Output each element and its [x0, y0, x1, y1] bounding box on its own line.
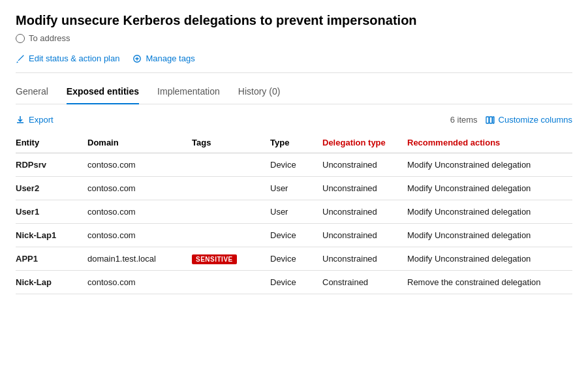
cell-entity[interactable]: Nick-Lap1: [16, 224, 87, 247]
to-address-icon: [16, 34, 25, 43]
edit-status-button[interactable]: Edit status & action plan: [16, 54, 119, 63]
cell-recommended: Modify Unconstrained delegation: [407, 247, 572, 271]
manage-tags-button[interactable]: Manage tags: [132, 54, 194, 63]
customize-columns-button[interactable]: Customize columns: [486, 115, 572, 125]
cell-delegation: Unconstrained: [322, 224, 407, 247]
cell-tags: SENSITIVE: [192, 247, 270, 271]
cell-tags: [192, 177, 270, 200]
svg-rect-2: [489, 117, 492, 123]
cell-delegation: Unconstrained: [322, 247, 407, 271]
table-header-row: Entity Domain Tags Type Delegation type …: [16, 132, 572, 153]
table-row: Nick-Lap1contoso.comDeviceUnconstrainedM…: [16, 224, 572, 247]
cell-entity[interactable]: User2: [16, 177, 87, 200]
col-header-recommended: Recommended actions: [407, 132, 572, 153]
cell-domain: contoso.com: [87, 177, 192, 200]
cell-delegation: Constrained: [322, 271, 407, 294]
export-icon: [16, 115, 25, 125]
tab-history[interactable]: History (0): [238, 86, 281, 104]
tab-exposed-entities[interactable]: Exposed entities: [67, 86, 139, 104]
cell-type: User: [270, 200, 322, 224]
col-header-delegation: Delegation type: [322, 132, 407, 153]
cell-type: User: [270, 177, 322, 200]
cell-domain: domain1.test.local: [87, 247, 192, 271]
svg-rect-1: [486, 117, 489, 123]
subtitle-text: To address: [29, 33, 70, 43]
svg-rect-3: [493, 117, 494, 123]
cell-domain: contoso.com: [87, 200, 192, 224]
cell-entity[interactable]: RDPsrv: [16, 153, 87, 177]
cell-recommended: Modify Unconstrained delegation: [407, 177, 572, 200]
tab-implementation[interactable]: Implementation: [157, 86, 220, 104]
customize-icon: [486, 115, 495, 125]
col-header-entity: Entity: [16, 132, 87, 153]
toolbar: Edit status & action plan Manage tags: [16, 54, 572, 73]
cell-delegation: Unconstrained: [322, 200, 407, 224]
cell-type: Device: [270, 153, 322, 177]
entities-table: Entity Domain Tags Type Delegation type …: [16, 132, 572, 294]
cell-entity[interactable]: Nick-Lap: [16, 271, 87, 294]
cell-type: Device: [270, 271, 322, 294]
cell-delegation: Unconstrained: [322, 153, 407, 177]
cell-entity[interactable]: User1: [16, 200, 87, 224]
tabs-bar: General Exposed entities Implementation …: [16, 86, 572, 104]
cell-type: Device: [270, 247, 322, 271]
export-button[interactable]: Export: [16, 115, 54, 125]
table-row: User2contoso.comUserUnconstrainedModify …: [16, 177, 572, 200]
cell-recommended: Modify Unconstrained delegation: [407, 153, 572, 177]
cell-domain: contoso.com: [87, 224, 192, 247]
cell-domain: contoso.com: [87, 153, 192, 177]
cell-type: Device: [270, 224, 322, 247]
table-toolbar: Export 6 items Customize columns: [16, 115, 572, 125]
tab-general[interactable]: General: [16, 86, 48, 104]
table-row: RDPsrvcontoso.comDeviceUnconstrainedModi…: [16, 153, 572, 177]
table-row: APP1domain1.test.localSENSITIVEDeviceUnc…: [16, 247, 572, 271]
cell-domain: contoso.com: [87, 271, 192, 294]
cell-tags: [192, 224, 270, 247]
cell-tags: [192, 153, 270, 177]
sensitive-badge: SENSITIVE: [192, 254, 237, 264]
items-count: 6 items: [450, 115, 478, 125]
cell-recommended: Remove the constrained delegation: [407, 271, 572, 294]
table-actions-right: 6 items Customize columns: [450, 115, 572, 125]
col-header-domain: Domain: [87, 132, 192, 153]
table-row: User1contoso.comUserUnconstrainedModify …: [16, 200, 572, 224]
table-row: Nick-Lapcontoso.comDeviceConstrainedRemo…: [16, 271, 572, 294]
col-header-type: Type: [270, 132, 322, 153]
col-header-tags: Tags: [192, 132, 270, 153]
edit-icon: [16, 54, 25, 63]
cell-recommended: Modify Unconstrained delegation: [407, 200, 572, 224]
cell-entity[interactable]: APP1: [16, 247, 87, 271]
cell-delegation: Unconstrained: [322, 177, 407, 200]
tags-icon: [132, 54, 142, 63]
cell-tags: [192, 271, 270, 294]
cell-recommended: Modify Unconstrained delegation: [407, 224, 572, 247]
page-title: Modify unsecure Kerberos delegations to …: [16, 13, 572, 28]
cell-tags: [192, 200, 270, 224]
